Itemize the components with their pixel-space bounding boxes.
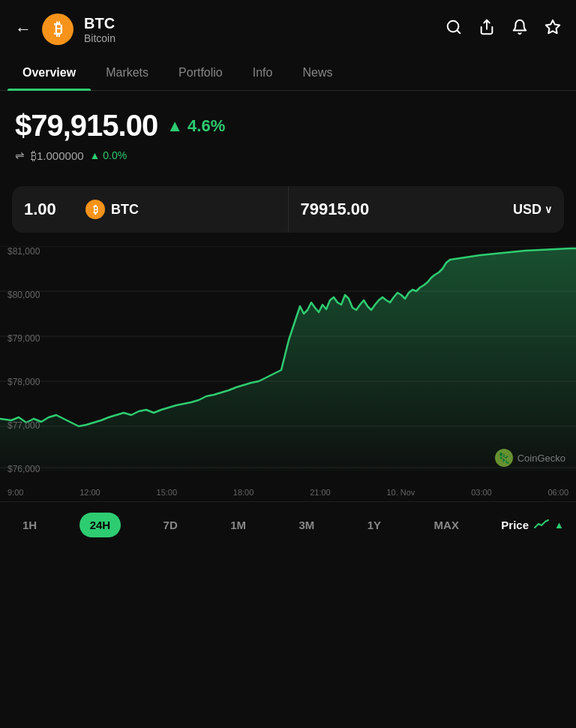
- header-right: [446, 19, 561, 40]
- x-label-06: 06:00: [548, 488, 568, 497]
- converter-input-value[interactable]: 1.00: [24, 200, 76, 219]
- coingecko-watermark: 🦎 CoinGecko: [495, 449, 566, 467]
- currency-dropdown[interactable]: USD ∨: [513, 202, 552, 218]
- x-label-18: 18:00: [233, 488, 254, 497]
- price-section: $79,915.00 ▲ 4.6% ⇌ ₿1.000000 ▲ 0.0%: [0, 91, 576, 173]
- tab-markets[interactable]: Markets: [91, 56, 164, 90]
- bell-icon[interactable]: [512, 19, 528, 40]
- coin-info: BTC Bitcoin: [84, 15, 116, 44]
- price-change: ▲ 4.6%: [166, 116, 225, 136]
- coin-logo: ₿: [42, 14, 74, 45]
- coin-symbol: BTC: [84, 15, 116, 32]
- btc-logo-small: ₿: [86, 200, 105, 219]
- currency-label: USD: [513, 202, 542, 218]
- x-label-03: 03:00: [471, 488, 492, 497]
- converter-right: 79915.00 USD ∨: [289, 186, 565, 233]
- price-value: $79,915.00: [15, 109, 158, 143]
- converter-left: 1.00 ₿ BTC: [12, 186, 289, 233]
- btc-label: BTC: [111, 202, 139, 218]
- search-icon[interactable]: [446, 19, 462, 40]
- converter-usd-value: 79915.00: [301, 200, 504, 219]
- tab-news[interactable]: News: [287, 56, 347, 90]
- tab-overview[interactable]: Overview: [8, 56, 91, 90]
- x-label-9: 9:00: [8, 488, 23, 497]
- share-icon[interactable]: [478, 19, 495, 40]
- tab-portfolio[interactable]: Portfolio: [164, 56, 238, 90]
- x-label-12: 12:00: [80, 488, 100, 497]
- time-btn-1y[interactable]: 1Y: [357, 513, 392, 537]
- time-btn-3m[interactable]: 3M: [289, 513, 326, 537]
- x-label-10nov: 10. Nov: [386, 488, 415, 497]
- time-btn-max[interactable]: MAX: [424, 513, 470, 537]
- time-btn-1m[interactable]: 1M: [220, 513, 256, 537]
- coingecko-text: CoinGecko: [518, 453, 566, 464]
- star-icon[interactable]: [544, 19, 561, 40]
- price-change-arrow: ▲: [166, 116, 183, 135]
- converter-btc-label: ₿ BTC: [86, 200, 139, 219]
- time-btn-1h[interactable]: 1H: [12, 513, 47, 537]
- btc-change-arrow: ▲: [90, 149, 100, 161]
- price-chart[interactable]: [0, 246, 576, 471]
- price-change-percent: 4.6%: [188, 116, 225, 135]
- dropdown-arrow-icon: ∨: [544, 203, 552, 215]
- btc-price-row: ⇌ ₿1.000000 ▲ 0.0%: [15, 149, 561, 162]
- coin-name: Bitcoin: [84, 32, 116, 44]
- tab-info[interactable]: Info: [238, 56, 288, 90]
- x-label-15: 15:00: [157, 488, 178, 497]
- chart-x-labels: 9:00 12:00 15:00 18:00 21:00 10. Nov 03:…: [0, 488, 576, 497]
- header: ← ₿ BTC Bitcoin: [0, 0, 576, 56]
- svg-marker-3: [546, 20, 560, 33]
- header-left: ← ₿ BTC Bitcoin: [15, 14, 116, 45]
- btc-amount: ₿1.000000: [31, 149, 84, 162]
- main-price-row: $79,915.00 ▲ 4.6%: [15, 109, 561, 143]
- price-type-button[interactable]: Price ▲: [501, 519, 564, 531]
- btc-change-percent: 0.0%: [103, 149, 127, 161]
- time-btn-24h[interactable]: 24H: [80, 513, 122, 537]
- tab-bar: Overview Markets Portfolio Info News: [0, 56, 576, 91]
- price-chart-icon: [533, 519, 550, 531]
- coingecko-logo: 🦎: [495, 449, 513, 467]
- back-button[interactable]: ←: [15, 20, 32, 39]
- chart-container: $81,000 $80,000 $79,000 $78,000 $77,000 …: [0, 246, 576, 501]
- time-range-bar: 1H 24H 7D 1M 3M 1Y MAX Price ▲: [0, 501, 576, 548]
- x-label-21: 21:00: [310, 488, 331, 497]
- time-btn-7d[interactable]: 7D: [153, 513, 188, 537]
- svg-line-1: [457, 30, 460, 33]
- converter: 1.00 ₿ BTC 79915.00 USD ∨: [12, 186, 564, 233]
- price-arrow-icon: ▲: [554, 519, 564, 531]
- swap-icon: ⇌: [15, 149, 25, 162]
- price-label: Price: [501, 519, 529, 531]
- btc-change: ▲ 0.0%: [90, 149, 128, 161]
